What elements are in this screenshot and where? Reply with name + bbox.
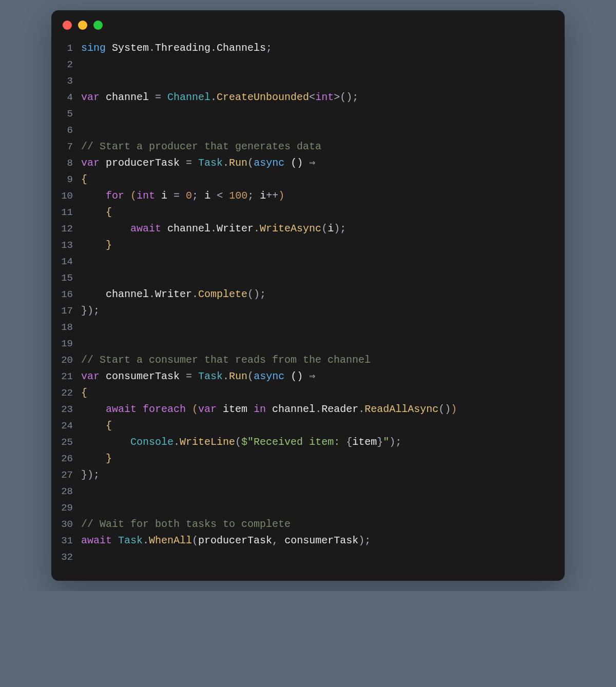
code-line[interactable] — [81, 73, 554, 89]
zoom-icon[interactable] — [93, 21, 103, 30]
code-line[interactable]: { — [81, 385, 554, 401]
code-line[interactable]: var consumerTask = Task.Run(async () ⇒ — [81, 368, 554, 385]
close-icon[interactable] — [63, 21, 72, 30]
code-token: Writer — [217, 223, 254, 234]
code-token: ( — [192, 535, 198, 546]
code-line[interactable] — [81, 122, 554, 139]
code-token: ( — [247, 157, 254, 169]
line-number: 30 — [51, 516, 73, 533]
code-token: ReadAllAsync — [364, 403, 438, 415]
code-line[interactable]: }); — [81, 467, 554, 483]
code-token: ; — [247, 190, 260, 202]
code-line[interactable]: var producerTask = Task.Run(async () ⇒ — [81, 155, 554, 171]
code-token: WhenAll — [149, 535, 192, 546]
line-number: 5 — [51, 106, 73, 122]
minimize-icon[interactable] — [78, 21, 87, 30]
code-token: Task — [118, 535, 143, 546]
code-token: ( — [235, 436, 241, 448]
code-line[interactable]: await Task.WhenAll(producerTask, consume… — [81, 533, 554, 549]
code-token: item — [223, 403, 247, 415]
code-line[interactable]: sing System.Threading.Channels; — [81, 40, 554, 56]
code-token: channel — [167, 223, 210, 234]
line-number: 3 — [51, 73, 73, 89]
code-token: System — [112, 42, 149, 54]
line-number: 17 — [51, 303, 73, 319]
code-line[interactable] — [81, 253, 554, 270]
line-number: 22 — [51, 385, 73, 401]
code-token: WriteLine — [180, 436, 235, 448]
code-token: . — [210, 42, 217, 54]
code-token: ) — [278, 190, 284, 202]
code-line[interactable]: Console.WriteLine($"Received item: {item… — [81, 434, 554, 450]
code-token: ⇒ — [309, 370, 315, 382]
code-token: 100 — [229, 190, 247, 202]
code-line[interactable]: channel.Writer.Complete(); — [81, 286, 554, 303]
code-token: < — [309, 91, 315, 103]
code-token: consumerTask — [284, 535, 358, 546]
code-line[interactable] — [81, 549, 554, 565]
code-token: Run — [229, 157, 247, 169]
code-token: > — [334, 91, 340, 103]
code-line[interactable] — [81, 56, 554, 73]
code-token: () — [438, 403, 451, 415]
code-token: for — [106, 190, 130, 202]
code-token: ( — [192, 403, 198, 415]
code-line[interactable] — [81, 500, 554, 516]
code-editor[interactable]: 1234567891011121314151617181920212223242… — [51, 37, 565, 571]
code-line[interactable]: // Start a consumer that reads from the … — [81, 352, 554, 368]
code-token: producerTask — [198, 535, 272, 546]
code-token — [81, 190, 106, 202]
code-line[interactable]: await foreach (var item in channel.Reade… — [81, 401, 554, 418]
code-line[interactable] — [81, 336, 554, 352]
line-number: 7 — [51, 139, 73, 155]
code-line[interactable]: var channel = Channel.CreateUnbounded<in… — [81, 89, 554, 106]
line-number: 18 — [51, 319, 73, 336]
code-token: int — [137, 190, 161, 202]
code-line[interactable]: await channel.Writer.WriteAsync(i); — [81, 221, 554, 237]
code-line[interactable]: } — [81, 237, 554, 253]
code-token: ); — [389, 436, 401, 448]
line-number: 21 — [51, 368, 73, 385]
code-token: . — [210, 91, 217, 103]
code-token: // Start a producer that generates data — [81, 141, 321, 152]
code-token: . — [143, 535, 149, 546]
code-token: < — [210, 190, 229, 202]
code-token: producerTask — [106, 157, 180, 169]
code-token: () — [284, 157, 309, 169]
line-number: 20 — [51, 352, 73, 368]
code-token: Threading — [155, 42, 210, 54]
code-token: channel — [106, 288, 149, 300]
line-number: 15 — [51, 270, 73, 286]
code-token: Received item: — [254, 436, 346, 448]
code-line[interactable] — [81, 106, 554, 122]
code-token: channel — [106, 91, 149, 103]
code-line[interactable]: { — [81, 171, 554, 188]
code-token: { — [346, 436, 352, 448]
code-line[interactable]: { — [81, 418, 554, 434]
code-token: 0 — [186, 190, 192, 202]
code-token: Console — [130, 436, 174, 448]
code-line[interactable] — [81, 319, 554, 336]
code-token: . — [149, 42, 155, 54]
code-window: 1234567891011121314151617181920212223242… — [51, 10, 565, 581]
code-token: Task — [198, 157, 223, 169]
code-token: ) — [451, 403, 457, 415]
code-token: async — [254, 157, 284, 169]
code-line[interactable]: }); — [81, 303, 554, 319]
code-line[interactable]: { — [81, 204, 554, 221]
code-line[interactable]: for (int i = 0; i < 100; i++) — [81, 188, 554, 204]
code-token: sing — [81, 42, 112, 54]
code-line[interactable]: // Wait for both tasks to complete — [81, 516, 554, 533]
code-token — [81, 436, 130, 448]
code-token: item — [352, 436, 377, 448]
code-line[interactable] — [81, 270, 554, 286]
code-content[interactable]: sing System.Threading.Channels; var chan… — [81, 40, 565, 565]
code-token: async — [254, 370, 284, 382]
code-line[interactable]: // Start a producer that generates data — [81, 139, 554, 155]
code-token: i — [260, 190, 266, 202]
code-token: Writer — [155, 288, 192, 300]
code-line[interactable] — [81, 483, 554, 500]
code-line[interactable]: } — [81, 450, 554, 467]
code-token: WriteAsync — [260, 223, 321, 234]
code-token — [81, 403, 106, 415]
